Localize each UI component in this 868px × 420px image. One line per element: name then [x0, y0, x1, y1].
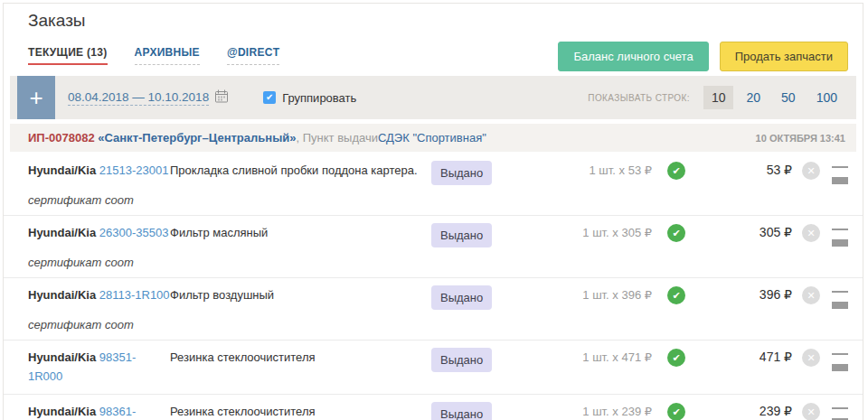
- item-certificate-note: сертификат соот: [28, 318, 848, 331]
- date-range-link[interactable]: 08.04.2018 — 10.10.2018: [68, 90, 209, 106]
- rows-option-10[interactable]: 10: [703, 86, 734, 109]
- balance-button[interactable]: Баланс личного счета: [558, 42, 708, 71]
- order-group-header: ИП-0078082 «Санкт-Петербург–Центральный»…: [10, 124, 856, 152]
- item-brand-cell: Hyundai/Kia 98351-1R000: [28, 348, 170, 386]
- cancel-item-icon[interactable]: ✕: [802, 162, 820, 180]
- toolbar: + 08.04.2018 — 10.10.2018 ✔ Группировать…: [10, 76, 856, 119]
- page-title: Заказы: [4, 4, 863, 31]
- item-part-number-link[interactable]: 28113-1R100: [99, 288, 170, 302]
- delivered-check-icon: ✔: [667, 286, 685, 304]
- order-item-row: Hyundai/Kia 98361-1R000 Резинка стеклооч…: [4, 394, 863, 420]
- tab-archive[interactable]: АРХИВНЫЕ: [135, 46, 200, 65]
- item-total-price: 305 ₽: [685, 223, 792, 242]
- cancel-item-icon[interactable]: ✕: [802, 224, 820, 242]
- item-menu-icon[interactable]: [832, 353, 848, 364]
- item-status-cell: Выдано: [431, 402, 522, 420]
- item-brand-cell: Hyundai/Kia 21513-23001: [28, 161, 170, 180]
- item-part-number-link[interactable]: 26300-35503: [99, 226, 169, 239]
- item-brand-cell: Hyundai/Kia 98361-1R000: [28, 402, 170, 420]
- group-checkbox-label: Группировать: [282, 91, 356, 105]
- item-status-cell: Выдано: [431, 285, 522, 310]
- rows-option-100[interactable]: 100: [808, 86, 845, 109]
- item-menu-icon[interactable]: [832, 166, 848, 177]
- delivery-prefix: , Пункт выдачи: [296, 131, 377, 145]
- item-qty-price: 1 шт. x 305 ₽: [522, 223, 667, 242]
- item-name: Фильтр масляный: [170, 223, 431, 242]
- item-brand: Hyundai/Kia: [28, 226, 96, 239]
- item-status-cell: Выдано: [431, 223, 522, 247]
- item-qty-price: 1 шт. x 239 ₽: [522, 402, 667, 420]
- item-qty-price: 1 шт. x 53 ₽: [522, 161, 667, 180]
- order-city-link[interactable]: «Санкт-Петербург–Центральный»: [98, 131, 296, 145]
- item-brand: Hyundai/Kia: [28, 405, 96, 418]
- rows-per-page: ПОКАЗЫВАТЬ СТРОК: 10 20 50 100: [588, 86, 856, 109]
- delivered-check-icon: ✔: [667, 403, 685, 420]
- status-badge: Выдано: [431, 161, 492, 185]
- cancel-item-icon[interactable]: ✕: [802, 286, 820, 304]
- delivered-check-icon: ✔: [667, 224, 685, 242]
- status-badge: Выдано: [431, 285, 492, 310]
- order-datetime: 10 ОКТЯБРЯ 13:41: [756, 133, 845, 144]
- item-status-cell: Выдано: [431, 161, 522, 185]
- item-menu-icon[interactable]: [832, 229, 848, 239]
- tab-direct[interactable]: @DIRECT: [227, 46, 279, 65]
- calendar-icon[interactable]: [214, 89, 229, 106]
- status-badge: Выдано: [431, 223, 492, 247]
- order-number: ИП-0078082: [28, 131, 95, 145]
- delivered-check-icon: ✔: [667, 162, 685, 180]
- status-badge: Выдано: [431, 348, 492, 372]
- orders-page: Заказы ТЕКУЩИЕ (13) АРХИВНЫЕ @DIRECT Бал…: [3, 3, 863, 420]
- item-brand-cell: Hyundai/Kia 28113-1R100: [28, 285, 170, 304]
- item-certificate-note: сертификат соот: [28, 256, 848, 269]
- cancel-item-icon[interactable]: ✕: [802, 403, 820, 420]
- order-item-row: Hyundai/Kia 28113-1R100 Фильтр воздушный…: [4, 277, 863, 340]
- cancel-item-icon[interactable]: ✕: [802, 349, 820, 367]
- rows-option-20[interactable]: 20: [738, 86, 769, 109]
- item-brand: Hyundai/Kia: [28, 350, 96, 364]
- order-items: Hyundai/Kia 21513-23001 Прокладка сливно…: [4, 154, 863, 420]
- tab-current[interactable]: ТЕКУЩИЕ (13): [28, 46, 108, 65]
- item-total-price: 471 ₽: [685, 348, 792, 367]
- item-menu-icon[interactable]: [832, 407, 848, 418]
- top-buttons: Баланс личного счета Продать запчасти: [558, 42, 848, 71]
- rows-per-page-label: ПОКАЗЫВАТЬ СТРОК:: [588, 93, 690, 103]
- item-certificate-note: сертификат соот: [28, 193, 848, 207]
- item-qty-price: 1 шт. x 471 ₽: [522, 348, 667, 367]
- add-order-button[interactable]: +: [17, 76, 55, 119]
- item-brand: Hyundai/Kia: [28, 288, 96, 302]
- item-total-price: 53 ₽: [685, 161, 792, 180]
- item-part-number-link[interactable]: 21513-23001: [99, 163, 169, 177]
- order-item-row: Hyundai/Kia 26300-35503 Фильтр масляный …: [4, 215, 863, 277]
- delivered-check-icon: ✔: [667, 349, 685, 367]
- item-name: Резинка стеклоочистителя: [170, 348, 431, 367]
- item-name: Прокладка сливной пробки поддона картера…: [170, 161, 431, 180]
- item-brand: Hyundai/Kia: [28, 163, 96, 177]
- item-menu-icon[interactable]: [832, 291, 848, 302]
- item-name: Фильтр воздушный: [170, 285, 431, 304]
- sell-parts-button[interactable]: Продать запчасти: [720, 42, 848, 71]
- item-name: Резинка стеклоочистителя: [170, 402, 431, 420]
- order-item-row: Hyundai/Kia 21513-23001 Прокладка сливно…: [4, 154, 863, 215]
- group-checkbox-wrap[interactable]: ✔ Группировать: [263, 91, 356, 105]
- group-checkbox[interactable]: ✔: [263, 91, 276, 104]
- rows-option-50[interactable]: 50: [773, 86, 804, 109]
- item-total-price: 239 ₽: [685, 402, 792, 420]
- item-brand-cell: Hyundai/Kia 26300-35503: [28, 223, 170, 242]
- delivery-point-link[interactable]: СДЭК "Спортивная": [378, 131, 486, 145]
- order-item-row: Hyundai/Kia 98351-1R000 Резинка стеклооч…: [4, 340, 863, 394]
- item-total-price: 396 ₽: [685, 285, 792, 304]
- status-badge: Выдано: [431, 402, 492, 420]
- item-qty-price: 1 шт. x 396 ₽: [522, 285, 667, 304]
- item-status-cell: Выдано: [431, 348, 522, 372]
